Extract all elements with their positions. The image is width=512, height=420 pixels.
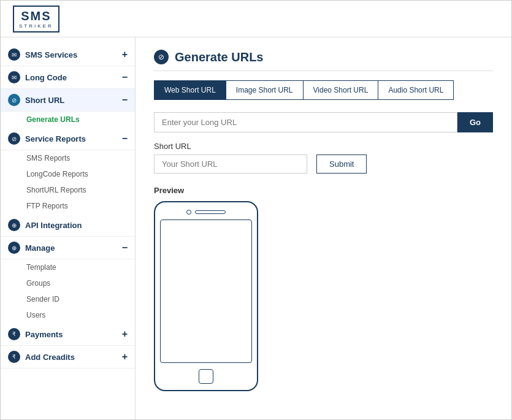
page-title-row: ⊘ Generate URLs — [154, 50, 493, 64]
sms-services-icon: ✉ — [8, 48, 20, 61]
sidebar-item-shorturl-reports[interactable]: ShortURL Reports — [1, 182, 135, 198]
manage-icon: ⊕ — [8, 242, 20, 254]
main-layout: ✉ SMS Services + ✉ Long Code − ⊘ Short U… — [1, 37, 511, 419]
sidebar-label-api-integration: API Integration — [25, 221, 82, 230]
payments-icon: ₹ — [8, 328, 20, 340]
sidebar-item-ftp-reports[interactable]: FTP Reports — [1, 198, 135, 214]
sidebar-item-api-integration[interactable]: ⊕ API Integration — [1, 214, 135, 237]
long-url-input[interactable] — [154, 112, 457, 132]
sidebar-label-payments: Payments — [25, 330, 63, 339]
phone-camera — [186, 210, 191, 215]
long-code-icon: ✉ — [8, 71, 20, 83]
app-window: SMS STRIKER ✉ SMS Services + ✉ Long Code… — [0, 0, 512, 420]
page-title-icon: ⊘ — [154, 50, 169, 64]
sidebar-item-long-code[interactable]: ✉ Long Code − — [1, 66, 135, 89]
short-url-input[interactable] — [154, 155, 307, 174]
preview-label: Preview — [154, 186, 493, 195]
logo: SMS STRIKER — [13, 6, 59, 32]
sidebar: ✉ SMS Services + ✉ Long Code − ⊘ Short U… — [1, 37, 136, 419]
add-credits-toggle: + — [122, 351, 128, 362]
logo-striker: STRIKER — [19, 23, 53, 29]
sidebar-item-sender-id[interactable]: Sender ID — [1, 291, 135, 307]
sidebar-label-add-credits: Add Creadits — [25, 353, 75, 362]
sidebar-item-payments[interactable]: ₹ Payments + — [1, 323, 135, 346]
submit-button[interactable]: Submit — [316, 155, 367, 174]
sidebar-label-short-url: Short URL — [25, 96, 64, 105]
add-credits-icon: ₹ — [8, 351, 20, 363]
phone-speaker-row — [160, 210, 252, 215]
short-url-toggle: − — [122, 94, 128, 105]
go-button[interactable]: Go — [457, 112, 493, 132]
phone-home-button — [199, 369, 213, 384]
sidebar-item-template[interactable]: Template — [1, 259, 135, 275]
tab-web-short-url[interactable]: Web Short URL — [155, 81, 226, 99]
short-url-label: Short URL — [154, 142, 493, 151]
sidebar-item-sms-services[interactable]: ✉ SMS Services + — [1, 44, 135, 66]
title-divider — [154, 71, 493, 71]
sidebar-item-manage[interactable]: ⊕ Manage − — [1, 237, 135, 259]
phone-mockup — [154, 201, 258, 391]
sidebar-item-groups[interactable]: Groups — [1, 275, 135, 291]
sidebar-item-service-reports[interactable]: ⊘ Service Reports − — [1, 128, 135, 150]
sidebar-label-service-reports: Service Reports — [25, 134, 86, 143]
sidebar-label-long-code: Long Code — [25, 73, 67, 82]
phone-screen — [160, 220, 252, 363]
sms-services-toggle: + — [122, 49, 128, 60]
api-integration-icon: ⊕ — [8, 219, 20, 231]
tab-image-short-url[interactable]: Image Short URL — [226, 81, 304, 99]
sidebar-label-manage: Manage — [25, 243, 55, 253]
page-title: Generate URLs — [175, 50, 264, 64]
service-reports-icon: ⊘ — [8, 132, 20, 145]
short-url-submenu: Generate URLs — [1, 112, 135, 128]
phone-speaker — [195, 210, 226, 214]
sidebar-item-generate-urls[interactable]: Generate URLs — [1, 112, 135, 128]
long-code-toggle: − — [122, 72, 128, 83]
tab-video-short-url[interactable]: Video Short URL — [304, 81, 379, 99]
url-input-row: Go — [154, 112, 493, 132]
short-url-icon: ⊘ — [8, 94, 20, 106]
sidebar-item-sms-reports[interactable]: SMS Reports — [1, 150, 135, 166]
short-url-row: Submit — [154, 155, 493, 174]
service-reports-submenu: SMS Reports LongCode Reports ShortURL Re… — [1, 150, 135, 214]
sidebar-item-short-url[interactable]: ⊘ Short URL − — [1, 89, 135, 112]
manage-toggle: − — [122, 242, 128, 253]
payments-toggle: + — [122, 329, 128, 340]
header: SMS STRIKER — [1, 1, 511, 37]
sidebar-label-sms-services: SMS Services — [25, 50, 77, 59]
logo-sms: SMS — [21, 9, 51, 23]
sidebar-item-users[interactable]: Users — [1, 307, 135, 323]
service-reports-toggle: − — [122, 133, 128, 144]
tab-bar: Web Short URL Image Short URL Video Shor… — [154, 80, 454, 100]
sidebar-item-add-credits[interactable]: ₹ Add Creadits + — [1, 346, 135, 368]
sidebar-item-longcode-reports[interactable]: LongCode Reports — [1, 166, 135, 182]
manage-submenu: Template Groups Sender ID Users — [1, 259, 135, 323]
content-area: ⊘ Generate URLs Web Short URL Image Shor… — [136, 37, 511, 419]
tab-audio-short-url[interactable]: Audio Short URL — [378, 81, 453, 99]
